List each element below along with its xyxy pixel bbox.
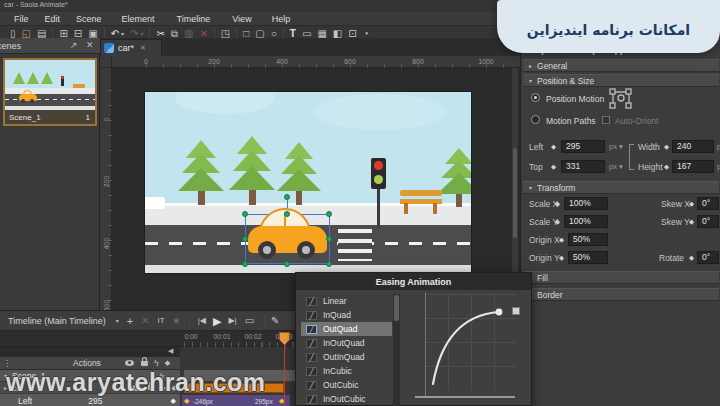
easing-item-incubic[interactable]: ╱ InCubic: [301, 364, 392, 378]
left-keyframe-diamond[interactable]: ◆: [551, 143, 556, 151]
easing-popup-titlebar[interactable]: Easing Animation: [296, 273, 531, 290]
selection-handle-sw[interactable]: [242, 261, 248, 267]
rotate-diamond[interactable]: ◆: [689, 254, 694, 262]
section-position-size[interactable]: ▾ Position & Size: [523, 74, 719, 87]
height-input[interactable]: 167: [672, 160, 714, 173]
selection-handle-ne[interactable]: [326, 211, 332, 217]
thumb-label-bar: Scene_1 1: [5, 110, 95, 124]
scale-y-diamond[interactable]: ◆: [555, 218, 560, 226]
bench[interactable]: [400, 190, 442, 214]
hruler-800: 800: [412, 58, 423, 65]
left-unit[interactable]: px ▾: [609, 142, 623, 151]
add-keyframe-icon[interactable]: ◆: [171, 397, 176, 405]
keyframe-diamond-start[interactable]: ◆: [184, 397, 189, 405]
auto-orient-checkbox[interactable]: [602, 116, 610, 124]
height-keyframe-diamond[interactable]: ◆: [664, 163, 669, 171]
top-unit[interactable]: px ▾: [609, 162, 623, 171]
easing-list-scrollbar[interactable]: [393, 294, 400, 406]
tab-label: car*: [118, 43, 134, 53]
origin-x-input[interactable]: 50%: [568, 233, 608, 246]
section-border[interactable]: ▸ Border: [523, 288, 719, 301]
easing-item-outcubic[interactable]: ╱ OutCubic: [301, 378, 392, 392]
easing-item-outquad-selected[interactable]: ╱ OutQuad: [301, 322, 392, 336]
section-fill[interactable]: ▸ Fill: [523, 271, 719, 284]
position-motion-radio[interactable]: [531, 93, 540, 102]
scale-x-label: Scale X: [529, 199, 558, 209]
skew-y-input[interactable]: 0°: [697, 215, 719, 228]
easing-curve-handle[interactable]: [512, 307, 520, 315]
section-general[interactable]: ▸ General: [523, 59, 719, 72]
easing-curve-icon: ╱: [306, 297, 317, 306]
rotation-handle[interactable]: [284, 194, 290, 200]
easing-item-label: InQuad: [323, 310, 351, 320]
tree[interactable]: [229, 136, 275, 212]
canvas[interactable]: [145, 92, 471, 273]
actions-column-icon[interactable]: ϟ: [154, 358, 159, 368]
selection-handle-e[interactable]: [326, 236, 332, 242]
selection-handle-n[interactable]: [284, 211, 290, 217]
go-start-icon[interactable]: |◀: [198, 315, 206, 327]
menu-view[interactable]: View: [232, 14, 251, 24]
thumb-scene-art: [5, 60, 95, 110]
left-input[interactable]: 295: [561, 140, 605, 153]
skew-x-diamond[interactable]: ◆: [689, 200, 694, 208]
easing-item-inquad[interactable]: ╱ InQuad: [301, 308, 392, 322]
selection-handle-s[interactable]: [284, 261, 290, 267]
width-keyframe-diamond[interactable]: ◆: [664, 143, 669, 151]
origin-x-diamond[interactable]: ◆: [559, 236, 564, 244]
keyframe-column-icon[interactable]: ◆: [165, 359, 170, 367]
go-end-icon[interactable]: ▶|: [228, 315, 236, 327]
skew-y-diamond[interactable]: ◆: [689, 218, 694, 226]
tree[interactable]: [437, 148, 471, 212]
selection-handle-w[interactable]: [242, 236, 248, 242]
skew-x-input[interactable]: 0°: [697, 197, 719, 210]
scale-x-input[interactable]: 100%: [564, 197, 608, 210]
add-timeline-icon[interactable]: +: [127, 315, 133, 327]
tab-close-icon[interactable]: ✕: [140, 44, 146, 52]
link-width-height-icon[interactable]: [629, 144, 634, 170]
tab-car[interactable]: car* ✕: [100, 39, 162, 56]
easing-item-inoutcubic[interactable]: ╱ InOutCubic: [301, 392, 392, 406]
top-input[interactable]: 331: [561, 160, 605, 173]
popout-icon[interactable]: ↗: [70, 40, 78, 50]
menu-scene[interactable]: Scene: [76, 14, 102, 24]
easing-item-inoutquad[interactable]: ╱ InOutQuad: [301, 336, 392, 350]
origin-y-input[interactable]: 50%: [568, 251, 608, 264]
easing-item-linear[interactable]: ╱ Linear: [301, 294, 392, 308]
top-keyframe-diamond[interactable]: ◆: [551, 163, 556, 171]
collapse-tracks-icon[interactable]: ◀: [168, 347, 173, 355]
selection-handle-nw[interactable]: [242, 211, 248, 217]
menu-help[interactable]: Help: [272, 14, 291, 24]
selection-handle-se[interactable]: [326, 261, 332, 267]
tree[interactable]: [178, 140, 224, 212]
play-icon[interactable]: ▶: [213, 315, 221, 327]
motion-paths-radio[interactable]: [531, 115, 540, 124]
label-icon[interactable]: ★: [172, 315, 181, 327]
menu-timeline[interactable]: Timeline: [177, 14, 211, 24]
easing-item-outinquad[interactable]: ╱ OutInQuad: [301, 350, 392, 364]
edit-mode-icon[interactable]: ✎: [271, 315, 279, 327]
row-menu-icon[interactable]: ⋮: [3, 359, 11, 368]
rotate-input[interactable]: 0°: [697, 251, 719, 264]
menu-element[interactable]: Element: [122, 14, 155, 24]
visibility-column-icon[interactable]: [125, 360, 134, 366]
remove-timeline-icon[interactable]: ✕: [141, 315, 149, 327]
scene-thumbnail[interactable]: Scene_1 1: [3, 58, 97, 126]
properties-panel: Properties - car (Group) ▸ General ▾ Pos…: [520, 38, 720, 406]
preview-icon[interactable]: ▭: [245, 315, 254, 327]
tree[interactable]: [277, 142, 321, 212]
lock-column-icon[interactable]: [141, 361, 148, 366]
insert-time-icon[interactable]: I T: [158, 315, 164, 327]
actions-column-label: Actions: [73, 358, 101, 368]
close-icon[interactable]: ✕: [86, 40, 94, 50]
scale-y-input[interactable]: 100%: [564, 215, 608, 228]
car-element[interactable]: [245, 204, 331, 264]
timeline-dropdown-icon[interactable]: ▾: [116, 315, 119, 327]
width-input[interactable]: 240: [672, 140, 714, 153]
section-transform[interactable]: ▾ Transform: [523, 181, 719, 194]
menu-edit[interactable]: Edit: [45, 14, 61, 24]
traffic-light[interactable]: [371, 158, 387, 228]
scale-x-diamond[interactable]: ◆: [555, 200, 560, 208]
origin-y-diamond[interactable]: ◆: [559, 254, 564, 262]
menu-file[interactable]: File: [14, 14, 29, 24]
